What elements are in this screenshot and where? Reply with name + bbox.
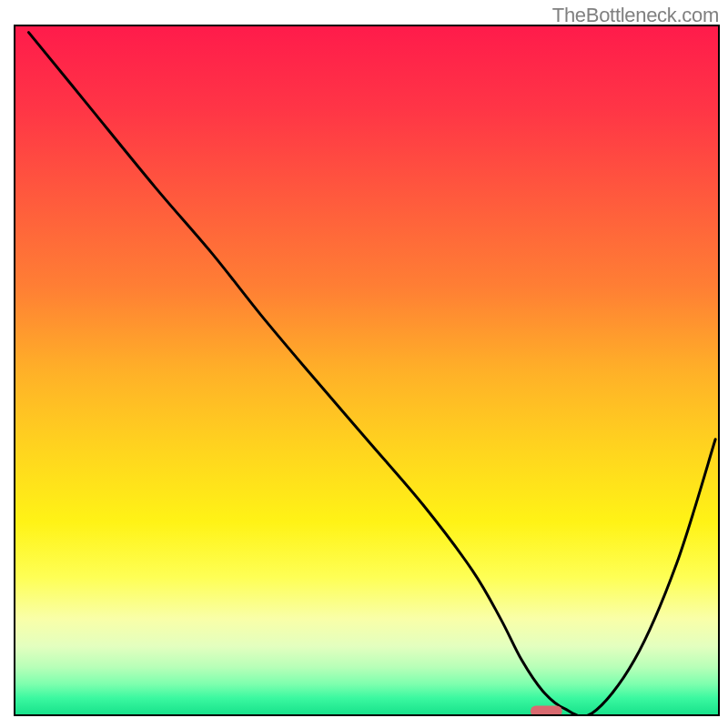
chart-container: TheBottleneck.com <box>0 0 728 728</box>
watermark-text: TheBottleneck.com <box>552 4 719 27</box>
bottleneck-chart <box>0 0 728 728</box>
gradient-background <box>15 25 719 715</box>
